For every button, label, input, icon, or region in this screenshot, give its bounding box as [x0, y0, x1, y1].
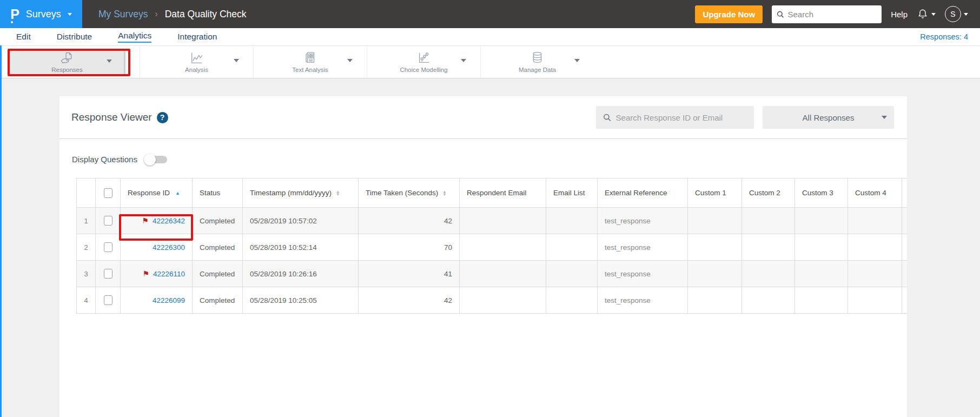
timestamp-cell: 05/28/2019 10:26:16	[243, 261, 359, 287]
search-icon	[777, 10, 784, 18]
choice-modelling-icon	[417, 51, 431, 65]
toolbar-item-analysis[interactable]: Analysis	[140, 46, 253, 78]
custom1-cell	[688, 208, 742, 234]
row-checkbox[interactable]	[104, 242, 112, 252]
toolbar-item-text-analysis[interactable]: Text Analysis	[253, 46, 367, 78]
timestamp-cell: 05/28/2019 10:57:02	[243, 208, 359, 234]
text-analysis-icon	[303, 51, 317, 65]
left-accent-strip	[0, 45, 2, 417]
external-reference-cell: test_response	[598, 208, 688, 234]
time-taken-cell: 41	[359, 261, 460, 287]
response-search-input[interactable]	[616, 113, 747, 122]
chevron-down-icon	[461, 59, 466, 62]
custom1-cell	[688, 287, 742, 314]
chevron-down-icon	[931, 13, 936, 16]
tab-distribute[interactable]: Distribute	[57, 28, 92, 45]
response-filter-select[interactable]: All Responses	[763, 106, 894, 129]
respondent-email-cell	[460, 234, 546, 261]
col-header-custom1[interactable]: Custom 1	[688, 178, 742, 208]
col-header-respondent-email[interactable]: Respondent Email	[460, 178, 546, 208]
bell-icon	[917, 8, 929, 20]
custom2-cell	[742, 287, 795, 314]
col-header-overflow	[902, 178, 908, 208]
response-id-link[interactable]: 42226300	[153, 243, 185, 251]
col-header-custom4[interactable]: Custom 4	[848, 178, 902, 208]
custom3-cell	[795, 261, 848, 287]
custom4-cell	[848, 234, 902, 261]
tab-analytics[interactable]: Analytics	[118, 28, 151, 45]
col-header-status[interactable]: Status	[193, 178, 243, 208]
row-index: 1	[77, 208, 96, 234]
help-icon[interactable]: ?	[157, 112, 168, 123]
response-id-cell: ⚑42226099	[121, 287, 193, 314]
display-questions-toggle[interactable]	[145, 156, 167, 163]
sort-ascending-icon[interactable]: ▲	[175, 190, 180, 196]
email-list-cell	[546, 234, 598, 261]
row-checkbox[interactable]	[104, 269, 112, 279]
row-select-cell	[96, 287, 121, 314]
toolbar-item-label: Responses	[51, 67, 83, 73]
col-header-select	[96, 178, 121, 208]
toolbar-item-responses[interactable]: Responses	[10, 50, 124, 75]
table-header-row: Response ID▲ Status Timestamp (mm/dd/yyy…	[77, 178, 908, 208]
viewer-controls: All Responses	[596, 106, 894, 129]
row-select-cell	[96, 261, 121, 287]
table-row: 3 ⚑42226110 Completed 05/28/2019 10:26:1…	[77, 261, 908, 287]
avatar: S	[945, 6, 961, 22]
toolbar-item-choice-modelling[interactable]: Choice Modelling	[367, 46, 480, 78]
response-id-link[interactable]: 42226110	[153, 270, 185, 278]
custom3-cell	[795, 234, 848, 261]
row-select-cell	[96, 208, 121, 234]
col-header-email-list[interactable]: Email List	[546, 178, 598, 208]
response-search-box[interactable]	[596, 106, 754, 129]
col-header-response-id[interactable]: Response ID▲	[121, 178, 193, 208]
chevron-down-icon	[347, 59, 353, 62]
responses-table-wrap: Response ID▲ Status Timestamp (mm/dd/yyy…	[76, 178, 907, 314]
status-cell: Completed	[193, 234, 243, 261]
breadcrumb-my-surveys[interactable]: My Surveys	[98, 9, 148, 20]
row-checkbox[interactable]	[104, 295, 112, 305]
tab-edit[interactable]: Edit	[16, 28, 31, 45]
global-search-input[interactable]	[787, 10, 877, 19]
email-list-cell	[546, 287, 598, 314]
row-checkbox[interactable]	[104, 216, 112, 226]
col-header-custom3[interactable]: Custom 3	[795, 178, 848, 208]
chevron-down-icon	[882, 116, 887, 119]
col-header-timestamp[interactable]: Timestamp (mm/dd/yyyy)▲▼	[243, 178, 359, 208]
respondent-email-cell	[460, 261, 546, 287]
col-header-external-reference[interactable]: External Reference	[598, 178, 688, 208]
select-all-checkbox[interactable]	[104, 188, 112, 198]
status-cell: Completed	[193, 287, 243, 314]
table-row: 4 ⚑42226099 Completed 05/28/2019 10:25:0…	[77, 287, 908, 314]
email-list-cell	[546, 261, 598, 287]
response-id-link[interactable]: 42226099	[153, 296, 185, 305]
product-name: Surveys	[26, 9, 61, 20]
overflow-cell	[902, 287, 908, 314]
help-link[interactable]: Help	[891, 10, 908, 19]
col-header-custom2[interactable]: Custom 2	[742, 178, 795, 208]
col-header-time-taken[interactable]: Time Taken (Seconds)▲▼	[359, 178, 460, 208]
response-id-link[interactable]: 42226342	[153, 217, 185, 225]
notifications-button[interactable]	[917, 8, 936, 20]
custom1-cell	[688, 261, 742, 287]
response-viewer-header: Response Viewer ? All Responses	[59, 96, 907, 139]
tab-integration[interactable]: Integration	[177, 28, 217, 45]
top-bar: P Surveys My Surveys › Data Quality Chec…	[0, 0, 980, 28]
time-taken-cell: 70	[359, 234, 460, 261]
breadcrumb-survey-title: Data Quality Check	[165, 9, 247, 20]
external-reference-cell: test_response	[598, 234, 688, 261]
overflow-cell	[902, 208, 908, 234]
account-menu[interactable]: S	[945, 6, 968, 22]
overflow-cell	[902, 234, 908, 261]
custom1-cell	[688, 234, 742, 261]
sort-icon[interactable]: ▲▼	[442, 190, 446, 196]
external-reference-cell: test_response	[598, 261, 688, 287]
analytics-toolbar: Responses Analysis Text Analysis Choice …	[0, 45, 980, 78]
global-search-box[interactable]	[772, 5, 882, 23]
sort-icon[interactable]: ▲▼	[336, 190, 340, 196]
upgrade-now-button[interactable]: Upgrade Now	[695, 5, 763, 23]
app-logo[interactable]: P Surveys	[0, 0, 82, 28]
row-index: 4	[77, 287, 96, 314]
custom2-cell	[742, 261, 795, 287]
toolbar-item-manage-data[interactable]: Manage Data	[480, 46, 594, 78]
